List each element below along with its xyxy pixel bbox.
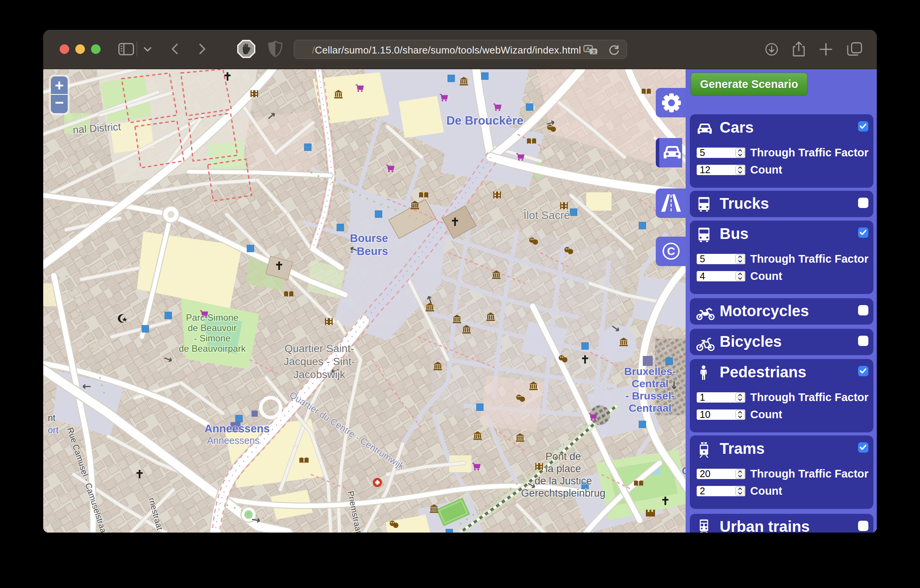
svg-text:Îlot Sacré: Îlot Sacré xyxy=(523,209,571,221)
svg-text:Quartier Saint-: Quartier Saint- xyxy=(284,343,354,354)
svg-text:Pont de: Pont de xyxy=(545,451,581,462)
svg-text:De Brouckère: De Brouckère xyxy=(446,114,523,127)
svg-text:文: 文 xyxy=(592,49,596,54)
svg-text:Centraal: Centraal xyxy=(629,402,671,414)
svg-text:Bourse: Bourse xyxy=(350,232,388,244)
svg-text:Bruxelles-: Bruxelles- xyxy=(624,365,676,377)
svg-text:C: C xyxy=(667,245,675,257)
svg-text:la place: la place xyxy=(545,463,581,474)
svg-text:nt: nt xyxy=(48,413,55,423)
svg-text:- Simone: - Simone xyxy=(194,333,231,343)
svg-text:- Brussel-: - Brussel- xyxy=(625,390,675,402)
svg-text:Central: Central xyxy=(632,378,668,390)
svg-text:Jacobswijk: Jacobswijk xyxy=(293,369,345,380)
svg-text:A: A xyxy=(586,46,590,52)
svg-text:Gerechtspleinbrug: Gerechtspleinbrug xyxy=(521,487,606,499)
svg-text:ort: ort xyxy=(48,425,59,435)
svg-text:de Beauvoir: de Beauvoir xyxy=(188,323,237,333)
svg-text:Parc Simone: Parc Simone xyxy=(186,312,238,323)
svg-text:Jacques - Sint-: Jacques - Sint- xyxy=(284,356,355,367)
svg-text:de Beauvoirpark: de Beauvoirpark xyxy=(179,343,246,354)
svg-text:Anneessens: Anneessens xyxy=(205,422,270,435)
svg-text:- Beurs: - Beurs xyxy=(350,245,388,257)
svg-text:Anneessens: Anneessens xyxy=(207,435,260,446)
svg-text:de la Justice: de la Justice xyxy=(535,475,592,487)
